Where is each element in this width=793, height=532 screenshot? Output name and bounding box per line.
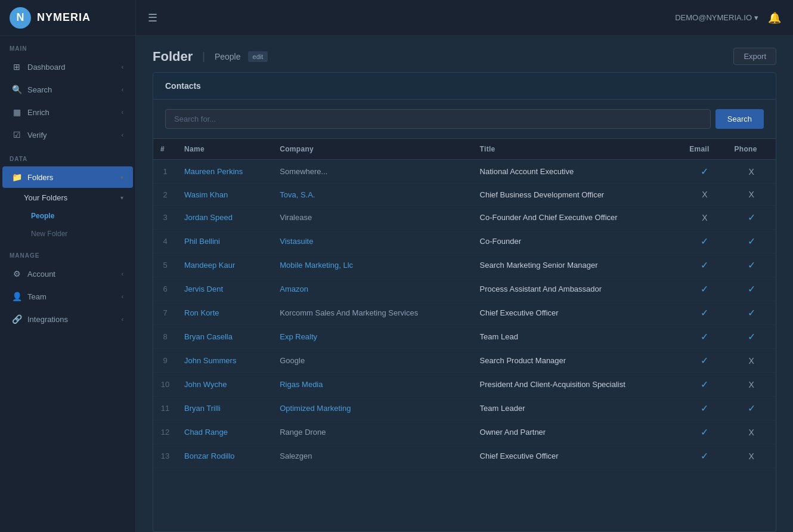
company-link[interactable]: Mobile Marketing, Llc <box>280 261 353 270</box>
user-dropdown-arrow: ▾ <box>754 13 758 22</box>
sidebar-item-folders[interactable]: 📁 Folders ▾ <box>2 166 133 188</box>
cell-email: ✓ <box>682 301 727 325</box>
person-link[interactable]: Ron Korte <box>184 308 219 317</box>
person-link[interactable]: Jervis Dent <box>184 284 223 293</box>
cell-num: 5 <box>153 253 177 277</box>
cell-num: 11 <box>153 397 177 420</box>
user-email-text: DEMO@NYMERIA.IO <box>675 13 752 22</box>
person-link[interactable]: Bryan Casella <box>184 332 233 341</box>
sidebar-item-your-folders[interactable]: Your Folders ▾ <box>2 189 133 206</box>
person-link[interactable]: Bryan Trilli <box>184 404 221 413</box>
sidebar-item-search[interactable]: 🔍 Search ‹ <box>2 79 133 100</box>
sidebar-label-team: Team <box>27 292 47 301</box>
sidebar-item-enrich[interactable]: ▦ Enrich ‹ <box>2 101 133 123</box>
company-text: Google <box>280 356 305 365</box>
cell-num: 12 <box>153 420 177 444</box>
person-link[interactable]: Chad Range <box>184 428 228 437</box>
sidebar-label-people: People <box>31 212 54 220</box>
sidebar-item-new-folder[interactable]: New Folder <box>2 225 133 242</box>
edit-button[interactable]: edit <box>248 51 268 62</box>
company-link[interactable]: Optimized Marketing <box>280 404 351 413</box>
company-link[interactable]: Tova, S.A. <box>280 190 315 199</box>
cell-name: John Summers <box>177 349 272 373</box>
cell-email: ✓ <box>682 253 727 277</box>
dashboard-icon: ⊞ <box>12 62 21 72</box>
title-text: Chief Executive Officer <box>480 451 559 460</box>
contacts-body: Search # Name Company Title Email Phone … <box>153 100 776 532</box>
team-icon: 👤 <box>12 292 21 301</box>
cell-name: Chad Range <box>177 420 272 444</box>
title-text: National Account Executive <box>480 167 574 176</box>
page-header: Folder | People edit Export <box>136 36 793 72</box>
cell-email: X <box>682 184 727 206</box>
search-row: Search <box>153 100 776 139</box>
title-text: President And Client-Acquisition Special… <box>480 380 625 389</box>
cell-email: ✓ <box>682 444 727 468</box>
phone-x-icon: X <box>749 167 754 177</box>
person-link[interactable]: Maureen Perkins <box>184 167 243 176</box>
email-check-icon: ✓ <box>701 379 708 389</box>
col-title: Title <box>473 139 683 160</box>
cell-email: ✓ <box>682 325 727 349</box>
person-link[interactable]: Wasim Khan <box>184 190 228 199</box>
cell-company: Optimized Marketing <box>272 397 472 420</box>
sidebar-item-dashboard[interactable]: ⊞ Dashboard ‹ <box>2 56 133 78</box>
sidebar-item-people[interactable]: People <box>2 208 133 224</box>
cell-name: John Wyche <box>177 373 272 397</box>
contacts-table: # Name Company Title Email Phone 1Mauree… <box>153 139 776 468</box>
person-link[interactable]: John Summers <box>184 356 236 365</box>
email-x-icon: X <box>702 213 707 222</box>
person-link[interactable]: Mandeep Kaur <box>184 261 235 270</box>
cell-company: Google <box>272 349 472 373</box>
sidebar-logo[interactable]: N NYMERIA <box>0 0 135 36</box>
company-link[interactable]: Amazon <box>280 284 308 293</box>
phone-check-icon: ✓ <box>748 212 755 222</box>
logo-icon: N <box>10 7 31 29</box>
company-link[interactable]: Vistasuite <box>280 237 313 246</box>
company-link[interactable]: Rigas Media <box>280 380 323 389</box>
sidebar-item-team[interactable]: 👤 Team ‹ <box>2 286 133 307</box>
cell-name: Mandeep Kaur <box>177 253 272 277</box>
hamburger-menu-button[interactable]: ☰ <box>148 11 157 24</box>
user-email-dropdown[interactable]: DEMO@NYMERIA.IO ▾ <box>675 13 758 22</box>
cell-name: Wasim Khan <box>177 184 272 206</box>
cell-name: Ron Korte <box>177 301 272 325</box>
title-text: Chief Executive Officer <box>480 308 559 317</box>
contacts-table-body: 1Maureen PerkinsSomewhere...National Acc… <box>153 160 776 468</box>
table-row: 7Ron KorteKorcomm Sales And Marketing Se… <box>153 301 776 325</box>
search-input[interactable] <box>165 109 711 129</box>
company-link[interactable]: Exp Realty <box>280 332 317 341</box>
phone-x-icon: X <box>749 190 754 199</box>
sidebar-item-verify[interactable]: ☑ Verify ‹ <box>2 124 133 146</box>
person-link[interactable]: John Wyche <box>184 380 227 389</box>
person-link[interactable]: Phil Bellini <box>184 237 220 246</box>
cell-title: National Account Executive <box>473 160 683 184</box>
sidebar-main-label: MAIN <box>0 36 135 55</box>
export-button[interactable]: Export <box>733 48 776 65</box>
notification-bell-icon[interactable]: 🔔 <box>768 11 781 24</box>
person-link[interactable]: Bonzar Rodillo <box>184 451 235 460</box>
company-text: Somewhere... <box>280 167 327 176</box>
col-name: Name <box>177 139 272 160</box>
title-text: Search Marketing Senior Manager <box>480 261 598 270</box>
cell-title: Owner And Partner <box>473 420 683 444</box>
cell-name: Jordan Speed <box>177 206 272 230</box>
header-divider: | <box>202 50 205 63</box>
company-text: Korcomm Sales And Marketing Services <box>280 308 418 317</box>
cell-title: Search Marketing Senior Manager <box>473 253 683 277</box>
cell-num: 6 <box>153 277 177 301</box>
email-check-icon: ✓ <box>701 284 708 294</box>
company-text: Salezgen <box>280 451 312 460</box>
verify-chevron: ‹ <box>122 132 123 138</box>
sidebar-item-account[interactable]: ⚙ Account ‹ <box>2 263 133 284</box>
cell-title: Process Assistant And Ambassador <box>473 277 683 301</box>
sidebar-item-integrations[interactable]: 🔗 Integrations ‹ <box>2 308 133 330</box>
cell-title: Search Product Manager <box>473 349 683 373</box>
person-link[interactable]: Jordan Speed <box>184 213 233 222</box>
cell-company: Viralease <box>272 206 472 230</box>
cell-company: Korcomm Sales And Marketing Services <box>272 301 472 325</box>
cell-phone: X <box>727 349 776 373</box>
cell-company: Salezgen <box>272 444 472 468</box>
cell-title: Chief Executive Officer <box>473 301 683 325</box>
search-button[interactable]: Search <box>715 109 764 129</box>
